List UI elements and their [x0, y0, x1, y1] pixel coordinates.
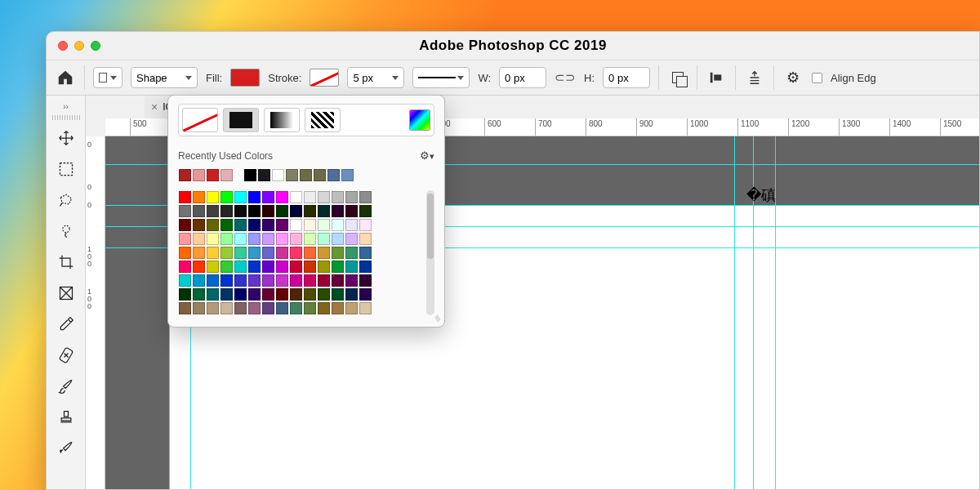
color-swatch[interactable]	[332, 247, 344, 259]
color-swatch[interactable]	[318, 219, 330, 231]
eyedropper-tool[interactable]	[51, 310, 81, 339]
color-swatch[interactable]	[248, 219, 261, 231]
color-swatch[interactable]	[234, 247, 247, 259]
color-swatch[interactable]	[179, 274, 191, 287]
color-swatch[interactable]	[345, 191, 358, 203]
color-swatch[interactable]	[359, 302, 372, 314]
color-swatch[interactable]	[234, 302, 247, 314]
color-swatch[interactable]	[262, 302, 274, 314]
color-swatch[interactable]	[248, 261, 261, 273]
color-swatch[interactable]	[332, 261, 344, 273]
minimize-window-button[interactable]	[74, 41, 84, 51]
color-swatch[interactable]	[193, 233, 205, 245]
close-window-button[interactable]	[58, 41, 68, 51]
vertical-ruler[interactable]: 0 0 0 1 0 0 1 0 0	[86, 136, 105, 489]
panel-grip[interactable]	[52, 115, 80, 120]
color-swatch[interactable]	[220, 205, 233, 217]
color-swatch[interactable]	[318, 274, 330, 287]
color-swatch[interactable]	[359, 261, 372, 273]
color-swatch[interactable]	[318, 205, 330, 217]
color-swatch[interactable]	[220, 247, 233, 259]
color-swatch[interactable]	[359, 288, 372, 301]
color-swatch[interactable]	[304, 233, 316, 245]
color-swatch[interactable]	[234, 288, 247, 301]
color-swatch[interactable]	[345, 302, 358, 314]
color-swatch[interactable]	[179, 233, 191, 245]
color-swatch[interactable]	[220, 302, 233, 314]
swatches-menu-button[interactable]: ⚙▾	[420, 149, 434, 162]
color-swatch[interactable]	[304, 191, 316, 203]
color-swatch[interactable]	[193, 191, 205, 203]
fill-solid-button[interactable]	[223, 108, 259, 132]
color-swatch[interactable]	[262, 247, 274, 259]
color-swatch[interactable]	[304, 247, 316, 259]
color-swatch[interactable]	[318, 288, 330, 301]
home-button[interactable]	[55, 67, 76, 88]
align-button[interactable]	[706, 67, 727, 88]
expand-tools-button[interactable]: ››	[63, 99, 69, 114]
crop-tool[interactable]	[51, 247, 81, 277]
color-swatch[interactable]	[179, 191, 191, 203]
color-swatch[interactable]	[234, 219, 247, 231]
recent-swatch[interactable]	[314, 169, 326, 181]
color-swatch[interactable]	[318, 261, 330, 273]
healing-tool[interactable]	[51, 341, 81, 370]
path-operations-button[interactable]	[667, 67, 688, 88]
color-swatch[interactable]	[290, 302, 302, 314]
color-swatch[interactable]	[248, 247, 261, 259]
color-swatch[interactable]	[262, 219, 274, 231]
guide-vertical[interactable]	[734, 136, 735, 489]
color-swatch[interactable]	[193, 247, 205, 259]
color-swatch[interactable]	[290, 205, 302, 217]
color-swatch[interactable]	[290, 233, 302, 245]
color-swatch[interactable]	[332, 233, 344, 245]
recent-swatch[interactable]	[286, 169, 298, 181]
color-swatch[interactable]	[234, 233, 247, 245]
color-swatch[interactable]	[345, 247, 358, 259]
color-swatch[interactable]	[345, 261, 358, 273]
color-swatch[interactable]	[318, 247, 330, 259]
color-swatch[interactable]	[262, 233, 274, 245]
color-swatch[interactable]	[332, 302, 344, 314]
color-swatch[interactable]	[248, 191, 261, 203]
width-input[interactable]	[499, 67, 546, 88]
recent-swatch[interactable]	[244, 169, 256, 181]
color-swatch[interactable]	[234, 261, 247, 273]
recent-swatch[interactable]	[207, 169, 219, 181]
color-swatch[interactable]	[304, 205, 316, 217]
color-swatch[interactable]	[276, 191, 288, 203]
color-swatch[interactable]	[304, 219, 316, 231]
stroke-width-dropdown[interactable]: 5 px	[347, 67, 404, 88]
color-swatch[interactable]	[193, 205, 205, 217]
fill-none-button[interactable]	[182, 108, 218, 132]
fill-pattern-button[interactable]	[305, 108, 341, 132]
color-swatch[interactable]	[179, 219, 191, 231]
move-tool[interactable]	[51, 123, 81, 153]
color-swatch[interactable]	[332, 191, 344, 203]
stroke-swatch[interactable]	[310, 69, 339, 87]
options-gear-button[interactable]: ⚙	[782, 67, 804, 88]
arrange-button[interactable]	[744, 67, 765, 88]
link-wh-button[interactable]: ⊂⊃	[555, 70, 576, 85]
recent-swatch[interactable]	[258, 169, 270, 181]
color-swatch[interactable]	[262, 261, 274, 273]
color-swatch[interactable]	[332, 274, 344, 287]
color-swatch[interactable]	[359, 205, 372, 217]
color-swatch[interactable]	[248, 302, 261, 314]
color-swatch[interactable]	[234, 274, 247, 287]
color-swatch[interactable]	[220, 274, 233, 287]
color-swatch[interactable]	[290, 288, 302, 301]
color-swatch[interactable]	[220, 288, 233, 301]
brush-tool[interactable]	[51, 372, 81, 401]
color-swatch[interactable]	[332, 205, 344, 217]
color-swatch[interactable]	[262, 191, 274, 203]
color-swatch[interactable]	[179, 302, 191, 314]
color-swatch[interactable]	[276, 247, 288, 259]
color-swatch[interactable]	[193, 274, 205, 287]
color-swatch[interactable]	[207, 261, 219, 273]
color-swatch[interactable]	[220, 233, 233, 245]
color-swatch[interactable]	[304, 274, 316, 287]
color-swatch[interactable]	[193, 302, 205, 314]
tool-mode-dropdown[interactable]: Shape	[131, 67, 198, 88]
color-swatch[interactable]	[207, 233, 219, 245]
